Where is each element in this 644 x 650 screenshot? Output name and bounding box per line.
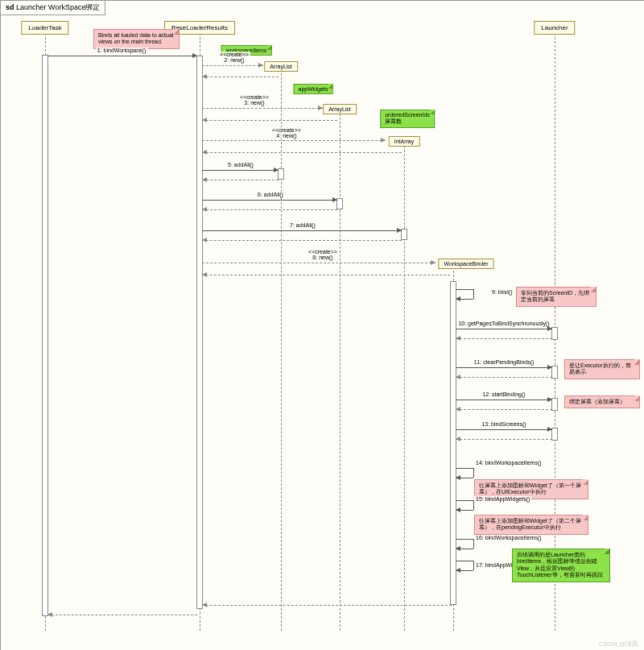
msg-9a [456, 289, 473, 290]
obj-orderedscreenids: orderedScreenIds 屏幕数 [380, 110, 435, 128]
label-10: 10: getPagesToBindSynchronously() [456, 321, 551, 326]
msg-4r [202, 152, 402, 153]
msg-9b [473, 289, 474, 299]
msg-2r [202, 77, 279, 77]
arrow-12 [547, 397, 552, 402]
msg-12r [456, 409, 552, 410]
arrow-3 [318, 106, 323, 110]
actbar-baseloaderresults [196, 56, 203, 609]
msg-6 [202, 200, 337, 201]
actbar-l-10 [551, 327, 558, 340]
arrow-ret-blr [47, 612, 52, 617]
actbar-l-11 [551, 366, 558, 379]
arrow-16 [456, 546, 460, 551]
msg-3r [202, 120, 337, 121]
msg-10 [456, 329, 552, 329]
arrow-4 [381, 138, 386, 143]
msg-12 [456, 400, 552, 400]
msg-7 [202, 230, 402, 231]
msg-8 [202, 263, 436, 263]
label-7: 7: addAll() [288, 222, 317, 228]
obj-intarray: IntArray [389, 136, 420, 147]
arrow-8r [202, 272, 207, 277]
lifeline-intarray [404, 146, 405, 631]
arrow-7r [202, 238, 207, 242]
msg-5r [202, 180, 279, 180]
actbar-al2-a [336, 198, 343, 209]
msg-13r [456, 439, 552, 440]
participant-launcher: Launcher [534, 21, 575, 35]
msg-10r [456, 338, 552, 339]
arrow-5r [202, 177, 207, 182]
label-1: 1: bindWorkspace() [96, 48, 148, 53]
arrow-5 [274, 168, 279, 172]
label-13: 13: bindScreens() [480, 421, 527, 427]
arrow-13r [456, 437, 460, 441]
note-binds-all: Binds all loaded data to actual views on… [93, 29, 180, 49]
arrow-11r [456, 375, 460, 379]
lifeline-arraylist2 [340, 114, 341, 631]
msg-3 [202, 108, 323, 109]
arrow-10r [456, 336, 460, 341]
arrow-13 [547, 427, 552, 432]
arrow-8 [431, 260, 436, 265]
arrow-14 [456, 475, 460, 480]
arrow-4r [202, 150, 207, 155]
note-11: 是让Executor执行的，简易表示 [564, 359, 640, 379]
msg-15a [456, 500, 473, 501]
label-5: 5: addAll() [226, 162, 255, 168]
obj-arraylist2: ArrayList [323, 104, 357, 114]
msg-5 [202, 170, 279, 171]
obj-workspacebinder: WorkspaceBinder [438, 259, 493, 269]
diagram-title: sd Launcher WorkSpace绑定 [1, 1, 105, 15]
arrow-12r [456, 407, 460, 412]
msg-13 [456, 429, 552, 430]
msg-7r [202, 240, 402, 241]
note-9: 拿到当前的ScreenID，先绑定当前的屏幕 [516, 287, 597, 307]
actbar-loadertask [42, 55, 48, 616]
label-4: <<create>> 4: new() [270, 127, 303, 139]
msg-ret-blr [47, 615, 197, 615]
arrow-11 [547, 365, 552, 370]
msg-16a [456, 539, 473, 540]
participant-loadertask: LoaderTask [21, 21, 68, 35]
arrow-6 [332, 197, 337, 202]
note-17: 后续调用的是Launcher类的bindItems，根据图标等信息创建View，… [512, 549, 610, 582]
msg-14a [456, 468, 473, 469]
arrow-ret-wb [202, 602, 207, 607]
obj-appwidgets: appWidgets [294, 84, 333, 94]
lifeline-arraylist1 [281, 69, 282, 631]
actbar-ia-a [401, 229, 407, 240]
msg-1 [47, 56, 197, 56]
arrow-1 [192, 53, 197, 58]
msg-11r [456, 377, 552, 378]
title-text: Launcher WorkSpace绑定 [16, 3, 100, 11]
label-12: 12: startBinding() [481, 391, 526, 397]
msg-14b [473, 468, 474, 478]
label-2: <<create>> 2: new() [218, 52, 250, 63]
msg-6r [202, 209, 337, 210]
arrow-2r [202, 74, 207, 79]
arrow-10 [547, 326, 552, 331]
actbar-wb [450, 281, 456, 605]
msg-8r [202, 275, 450, 275]
watermark: CSDN @清风 [599, 640, 638, 648]
note-15: 往屏幕上添加图标和Widget了（第二个屏幕），在pendingExecutor… [474, 515, 588, 535]
title-prefix: sd [6, 3, 14, 11]
actbar-al1-a [278, 168, 284, 180]
arrow-7 [397, 228, 402, 233]
msg-11 [456, 367, 552, 368]
msg-ret-wb [202, 605, 452, 606]
label-8: <<create>> 8: new() [307, 249, 339, 260]
label-14: 14: bindWorkspaceItems() [474, 460, 543, 466]
label-6: 6: addAll() [256, 192, 285, 197]
label-11: 11: clearPendingBinds() [473, 359, 536, 365]
label-3: <<create>> 3: new() [238, 94, 270, 106]
msg-17a [456, 561, 473, 561]
arrow-2 [258, 63, 263, 68]
msg-4 [202, 140, 386, 141]
obj-arraylist1: ArrayList [264, 61, 298, 72]
arrow-6r [202, 207, 207, 212]
label-15: 15: bindAppWidgets() [474, 496, 531, 502]
sequence-diagram: sd Launcher WorkSpace绑定 LoaderTask BaseL… [0, 0, 644, 650]
